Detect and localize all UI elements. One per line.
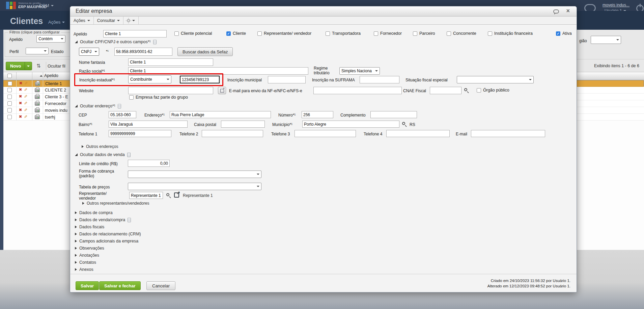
telefone1-input[interactable] (109, 130, 171, 137)
orgao-publico-flag[interactable]: Órgão público (477, 88, 509, 93)
filter-regiao-select[interactable] (591, 36, 621, 44)
section-dados-fiscais-toggle[interactable]: Dados fiscais (75, 225, 104, 229)
delete-icon[interactable]: ✖ (19, 108, 22, 112)
suframa-input[interactable] (360, 76, 399, 83)
grid-view-icon[interactable] (153, 40, 157, 44)
row-checkbox[interactable] (7, 115, 12, 119)
email-nfe-input[interactable] (313, 87, 402, 94)
edit-pencil-icon[interactable]: ✎ (24, 81, 28, 86)
edit-pencil-icon[interactable]: ✎ (24, 87, 27, 92)
filter-apelido-operator-select[interactable]: Contém (36, 35, 65, 43)
section-cpf-cnpj-toggle[interactable]: Ocultar CPF/CNPJ e outros campos*¹ (75, 40, 157, 44)
delete-icon[interactable]: ✖ (19, 87, 22, 92)
checkbox-icon[interactable]: ✓ (556, 31, 560, 36)
checkbox-icon[interactable]: ✓ (226, 31, 231, 36)
complemento-input[interactable] (370, 111, 417, 118)
section-dados-de-relacionamento-crm-toggle[interactable]: Dados de relacionamento (CRM) (75, 232, 141, 236)
inscricao-estadual-input[interactable] (180, 76, 220, 83)
comment-bubble-icon[interactable] (553, 9, 559, 14)
flag-cliente-potencial[interactable]: Cliente potencial (174, 31, 212, 36)
external-link-icon[interactable] (174, 192, 179, 198)
bairro-input[interactable] (109, 121, 188, 128)
representante-input[interactable] (129, 192, 163, 199)
print-icon[interactable] (35, 102, 40, 106)
delete-icon[interactable]: ✖ (19, 94, 22, 99)
save-and-close-button[interactable]: Salvar e fechar (99, 281, 141, 290)
section-dados-de-compra-toggle[interactable]: Dados de compra (75, 210, 113, 215)
section-observacoes-toggle[interactable]: Observações (75, 246, 104, 251)
document-type-select[interactable]: CNPJ (79, 48, 99, 56)
checkbox-icon[interactable] (326, 31, 330, 36)
telefone4-input[interactable] (386, 130, 450, 137)
email-input[interactable] (471, 130, 545, 137)
grupo-flag[interactable]: Empresa faz parte do grupo (129, 95, 188, 100)
regime-tributario-select[interactable]: Simples Naciona (339, 67, 380, 75)
section-contatos-toggle[interactable]: Contatos (75, 260, 96, 265)
grid-view-icon[interactable] (127, 153, 131, 157)
inscricao-estadual-tipo-select[interactable]: Contribuinte (128, 75, 171, 83)
cep-input[interactable] (109, 111, 136, 118)
account-link[interactable]: moveis indus... (603, 3, 629, 7)
outros-enderecos-toggle[interactable]: Outros endereços (82, 144, 118, 149)
representante-link[interactable]: Representante 1 (183, 193, 213, 198)
telefone2-input[interactable] (202, 130, 263, 137)
section-anexos-toggle[interactable]: Anexos (75, 267, 93, 272)
inscricao-municipal-input[interactable] (268, 76, 306, 83)
flag-cliente[interactable]: ✓Cliente (226, 31, 246, 36)
nome-fantasia-input[interactable] (128, 58, 213, 66)
telefone3-input[interactable] (295, 130, 356, 137)
sort-asc-icon[interactable] (40, 75, 43, 77)
search-icon[interactable] (166, 193, 169, 196)
outros-representantes-toggle[interactable]: Outros representantes/vendedores (82, 201, 149, 206)
row-checkbox[interactable] (7, 108, 12, 112)
print-icon[interactable] (35, 88, 40, 92)
menu-crm[interactable]: CRM (39, 3, 54, 8)
column-header-apelido[interactable]: Apelido (44, 73, 58, 78)
section-campos-adicionais-da-empresa-toggle[interactable]: Campos adicionais da empresa (75, 239, 138, 243)
checkbox-icon[interactable] (174, 31, 179, 36)
close-icon[interactable]: × (566, 7, 570, 15)
numero-input[interactable] (302, 111, 333, 118)
row-checkbox[interactable] (7, 95, 12, 99)
search-icon[interactable] (464, 88, 467, 91)
flag-concorrente[interactable]: Concorrente (447, 31, 476, 36)
checkbox-icon[interactable] (374, 31, 378, 36)
delete-icon[interactable]: ✖ (19, 101, 22, 105)
edit-pencil-icon[interactable]: ✎ (24, 101, 27, 106)
print-icon[interactable] (35, 115, 40, 119)
page-actions-menu[interactable]: Ações (48, 20, 65, 25)
sefaz-lookup-button[interactable]: Buscar dados da Sefaz (177, 47, 233, 56)
checkbox-icon[interactable] (447, 31, 451, 36)
tabela-precos-select[interactable] (128, 183, 261, 190)
print-icon[interactable] (35, 82, 40, 86)
filter-perfil-select[interactable] (26, 48, 49, 54)
open-website-button[interactable] (218, 87, 226, 94)
flag-transportadora[interactable]: Transportadora (326, 31, 361, 36)
flag-ativa[interactable]: ✓Ativa (556, 31, 572, 36)
edit-pencil-icon[interactable]: ✎ (24, 108, 27, 112)
print-icon[interactable] (35, 108, 40, 112)
flag-parceiro[interactable]: Parceiro (413, 31, 435, 36)
save-button[interactable]: Salvar (76, 281, 99, 290)
delete-icon[interactable]: ✖ (19, 114, 22, 119)
cancel-button[interactable]: Cancelar (146, 281, 175, 290)
acoes-menu[interactable]: Ações (70, 17, 94, 24)
row-checkbox[interactable] (7, 88, 12, 92)
search-icon[interactable] (402, 122, 405, 125)
checkbox-icon[interactable] (129, 95, 134, 100)
checkbox-icon[interactable] (488, 31, 492, 36)
refresh-icon[interactable]: ⇅ (36, 63, 41, 69)
section-endereco-toggle[interactable]: Ocultar endereço*¹ (75, 104, 121, 108)
grid-view-icon[interactable] (118, 104, 121, 108)
checkbox-icon[interactable] (257, 31, 262, 36)
situacao-fiscal-select[interactable] (457, 76, 534, 83)
edit-pencil-icon[interactable]: ✎ (24, 94, 27, 99)
limite-credito-input[interactable] (128, 160, 170, 167)
section-dados-venda-toggle[interactable]: Ocultar dados de venda (75, 152, 131, 157)
edit-pencil-icon[interactable]: ✎ (24, 114, 27, 119)
select-all-checkbox[interactable] (7, 74, 12, 78)
flag-instituicao-financeira[interactable]: Instituição financeira (488, 31, 533, 36)
row-checkbox[interactable] (7, 101, 12, 106)
chevron-down-icon[interactable] (25, 62, 32, 70)
section-dados-de-venda-compra-toggle[interactable]: Dados de venda/compra (75, 217, 131, 222)
